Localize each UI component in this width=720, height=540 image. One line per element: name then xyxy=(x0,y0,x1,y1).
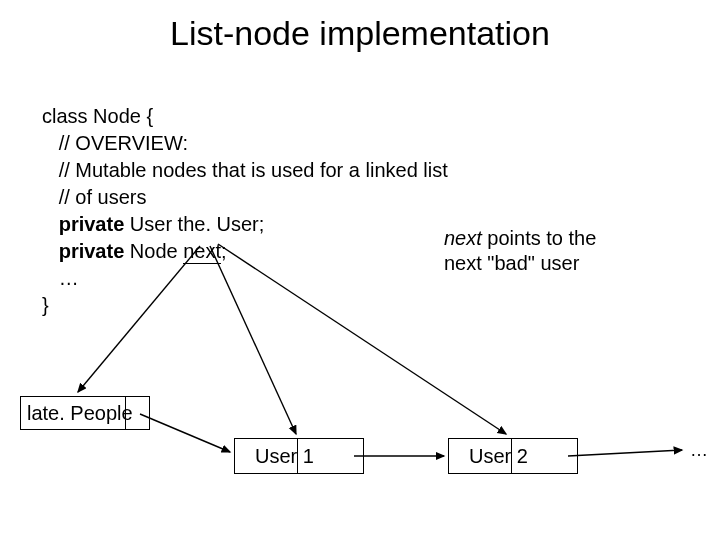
code-line-1: class Node { xyxy=(42,105,153,127)
trailing-ellipsis: … xyxy=(690,440,708,461)
late-people-label: late. People xyxy=(27,402,133,425)
node-divider xyxy=(297,439,298,473)
annotation-italic: next xyxy=(444,227,482,249)
code-line-2: // OVERVIEW: xyxy=(42,132,188,154)
late-people-node: late. People xyxy=(20,396,150,430)
code-line-5: private User the. User; xyxy=(42,213,264,235)
annotation-text: next points to the next "bad" user xyxy=(444,226,596,276)
code-line-4: // of users xyxy=(42,186,146,208)
node-divider xyxy=(511,439,512,473)
node-divider xyxy=(125,397,126,429)
user2-label: User 2 xyxy=(469,445,528,468)
next-keyword: next xyxy=(183,240,221,264)
slide-title: List-node implementation xyxy=(0,14,720,53)
code-block: class Node { // OVERVIEW: // Mutable nod… xyxy=(42,76,448,319)
code-line-7: … xyxy=(42,267,79,289)
arrow-latepeople-to-user1 xyxy=(140,414,230,452)
code-line-3: // Mutable nodes that is used for a link… xyxy=(42,159,448,181)
arrow-user2-to-ellipsis xyxy=(568,450,682,456)
user1-node: User 1 xyxy=(234,438,364,474)
code-line-6: private Node next; xyxy=(42,240,227,264)
user1-label: User 1 xyxy=(255,445,314,468)
user2-node: User 2 xyxy=(448,438,578,474)
code-line-8: } xyxy=(42,294,49,316)
